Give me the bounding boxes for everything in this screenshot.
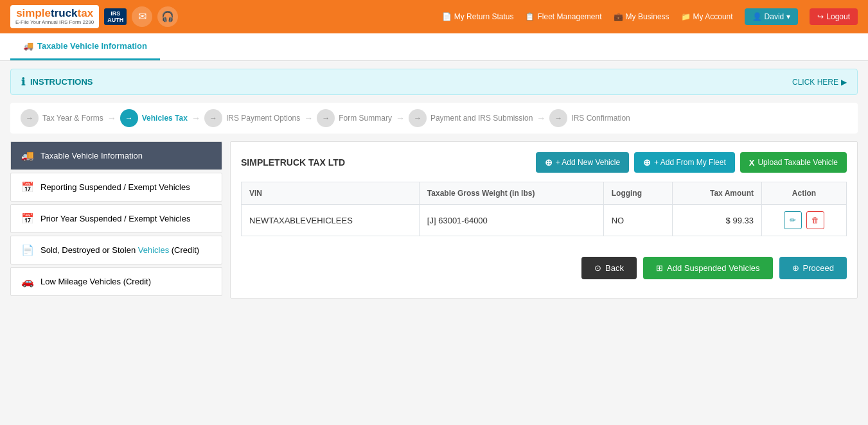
nav-my-business[interactable]: 💼 My Business: [614, 12, 669, 21]
step-circle-tax-year: →: [21, 109, 39, 127]
excel-icon: X: [749, 158, 755, 168]
step-irs-payment[interactable]: → IRS Payment Options: [204, 109, 300, 127]
arrow-4: →: [396, 113, 405, 123]
button-group: ⊕ + Add New Vehicle ⊕ + Add From My Flee…: [536, 152, 847, 173]
mail-icon[interactable]: ✉: [132, 6, 152, 27]
sidebar-item-low-mileage[interactable]: 🚗 Low Mileage Vehicles (Credit): [10, 267, 222, 296]
sidebar: 🚚 Taxable Vehicle Information 📅 Reportin…: [10, 141, 222, 299]
plus-icon-1: ⊕: [545, 157, 553, 168]
logo-subtitle: E-File Your Annual IRS Form 2290: [15, 20, 94, 26]
bottom-actions: ⊙ Back ⊞ Add Suspended Vehicles ⊕ Procee…: [241, 249, 847, 279]
document-icon: 📄: [21, 244, 34, 256]
return-status-icon: 📄: [442, 12, 452, 21]
vehicles-link[interactable]: Vehicles: [138, 245, 169, 255]
sidebar-item-prior-year[interactable]: 📅 Prior Year Suspended / Exempt Vehicles: [10, 204, 222, 233]
fleet-management-icon: 📋: [525, 12, 535, 21]
truck-sidebar-icon: 🚚: [21, 150, 34, 162]
table-row: NEWTAXABLEVEHICLEES [J] 63001-64000 NO $…: [242, 205, 847, 236]
step-circle-payment-irs: →: [409, 109, 427, 127]
arrow-3: →: [304, 113, 313, 123]
step-circle-form-summary: →: [317, 109, 335, 127]
instructions-left: ℹ INSTRUCTIONS: [21, 76, 93, 88]
add-new-vehicle-button[interactable]: ⊕ + Add New Vehicle: [536, 152, 629, 173]
instructions-bar: ℹ INSTRUCTIONS CLICK HERE ▶: [10, 69, 858, 95]
user-menu-button[interactable]: 👤 David ▾: [745, 8, 799, 25]
company-name: SIMPLETRUCK TAX LTD: [241, 157, 345, 168]
upload-taxable-vehicle-button[interactable]: X Upload Taxable Vehicle: [740, 152, 847, 173]
proceed-icon: ⊕: [792, 263, 799, 273]
add-suspended-vehicles-button[interactable]: ⊞ Add Suspended Vehicles: [643, 257, 773, 279]
panel-header: SIMPLETRUCK TAX LTD ⊕ + Add New Vehicle …: [241, 152, 847, 173]
logo-truck: truck: [51, 8, 78, 20]
calendar-icon-2: 📅: [21, 212, 34, 225]
step-tax-year[interactable]: → Tax Year & Forms: [21, 109, 103, 127]
step-payment-irs[interactable]: → Payment and IRS Submission: [409, 109, 533, 127]
arrow-5: →: [536, 113, 545, 123]
nav-return-status[interactable]: 📄 My Return Status: [442, 12, 514, 21]
col-tax-amount: Tax Amount: [673, 182, 762, 205]
add-from-fleet-button[interactable]: ⊕ + Add From My Fleet: [634, 152, 735, 173]
step-vehicles-tax[interactable]: → Vehicles Tax: [120, 109, 188, 127]
sidebar-item-sold-destroyed[interactable]: 📄 Sold, Destroyed or Stolen Vehicles (Cr…: [10, 236, 222, 265]
logo-simple: simple: [16, 8, 51, 20]
irs-badge: IRSAUTH: [104, 8, 127, 25]
step-circle-vehicles-tax: →: [120, 109, 138, 127]
right-panel: SIMPLETRUCK TAX LTD ⊕ + Add New Vehicle …: [230, 141, 858, 299]
col-vin: VIN: [242, 182, 420, 205]
tab-bar: 🚚 Taxable Vehicle Information: [0, 33, 868, 61]
header-left: simple truck tax E-File Your Annual IRS …: [10, 5, 178, 28]
logout-icon: ↪: [817, 12, 824, 21]
back-button[interactable]: ⊙ Back: [581, 257, 637, 279]
main-content: 🚚 Taxable Vehicle Information 📅 Reportin…: [0, 141, 868, 299]
col-logging: Logging: [603, 182, 673, 205]
logo-tax: tax: [78, 8, 94, 20]
delete-vehicle-button[interactable]: 🗑: [806, 211, 824, 229]
edit-vehicle-button[interactable]: ✏: [784, 211, 802, 229]
tab-taxable-vehicle[interactable]: 🚚 Taxable Vehicle Information: [10, 33, 160, 60]
nav-fleet-management[interactable]: 📋 Fleet Management: [525, 12, 601, 21]
header-nav: 📄 My Return Status 📋 Fleet Management 💼 …: [442, 8, 858, 25]
vehicle-table: VIN Taxable Gross Weight (in lbs) Loggin…: [241, 182, 847, 236]
sidebar-item-reporting-suspended[interactable]: 📅 Reporting Suspended / Exempt Vehicles: [10, 173, 222, 202]
info-icon: ℹ: [21, 76, 25, 88]
add-suspended-icon: ⊞: [656, 263, 663, 273]
header: simple truck tax E-File Your Annual IRS …: [0, 0, 868, 33]
plus-icon-2: ⊕: [643, 157, 651, 168]
cell-weight: [J] 63001-64000: [419, 205, 603, 236]
my-account-icon: 📁: [681, 12, 691, 21]
my-business-icon: 💼: [614, 12, 623, 21]
progress-steps: → Tax Year & Forms → → Vehicles Tax → → …: [10, 103, 858, 134]
arrow-1: →: [107, 113, 116, 123]
headset-icon[interactable]: 🎧: [157, 6, 178, 27]
car-icon: 🚗: [21, 275, 34, 288]
step-form-summary[interactable]: → Form Summary: [317, 109, 392, 127]
step-circle-irs-confirmation: →: [549, 109, 567, 127]
cell-vin: NEWTAXABLEVEHICLEES: [242, 205, 420, 236]
proceed-button[interactable]: ⊕ Proceed: [779, 257, 847, 279]
cell-action: ✏ 🗑: [761, 205, 846, 236]
col-weight: Taxable Gross Weight (in lbs): [419, 182, 603, 205]
col-action: Action: [761, 182, 846, 205]
step-irs-confirmation[interactable]: → IRS Confirmation: [549, 109, 630, 127]
logo[interactable]: simple truck tax E-File Your Annual IRS …: [10, 5, 99, 28]
cell-tax-amount: $ 99.33: [673, 205, 762, 236]
arrow-right-icon: ▶: [841, 78, 847, 87]
calendar-icon-1: 📅: [21, 181, 34, 193]
arrow-2: →: [191, 113, 200, 123]
logout-button[interactable]: ↪ Logout: [810, 8, 858, 25]
step-circle-irs-payment: →: [204, 109, 222, 127]
truck-tab-icon: 🚚: [23, 41, 33, 51]
click-here-link[interactable]: CLICK HERE ▶: [792, 78, 847, 87]
back-icon: ⊙: [594, 263, 601, 273]
cell-logging: NO: [603, 205, 673, 236]
chevron-down-icon: ▾: [786, 12, 790, 21]
sidebar-item-taxable-vehicle[interactable]: 🚚 Taxable Vehicle Information: [10, 141, 222, 170]
user-avatar-icon: 👤: [752, 12, 762, 21]
nav-my-account[interactable]: 📁 My Account: [681, 12, 733, 21]
